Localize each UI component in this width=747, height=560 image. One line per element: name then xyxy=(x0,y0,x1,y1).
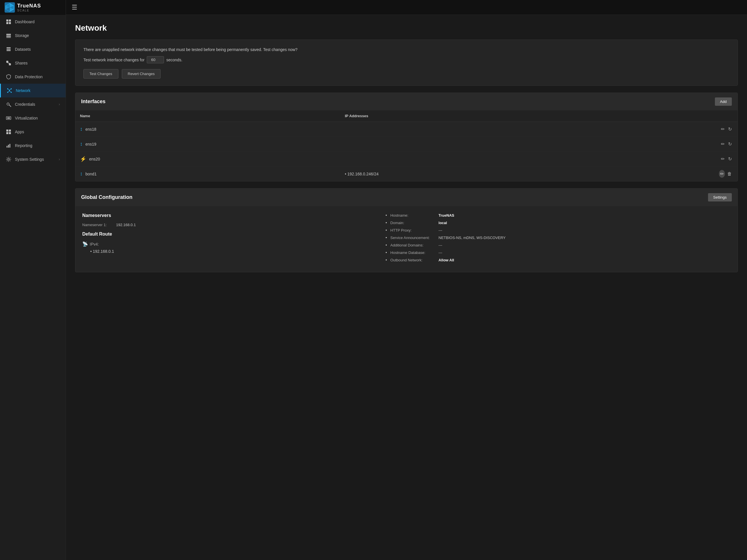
svg-rect-38 xyxy=(8,145,9,148)
svg-rect-19 xyxy=(9,63,11,65)
iface-ip-value-bond1: 192.168.0.246/24 xyxy=(347,172,379,176)
sidebar-item-network[interactable]: Network xyxy=(0,84,66,98)
table-row: ↕ ens18 ✏ ↻ xyxy=(75,122,738,137)
edit-ens20-button[interactable]: ✏ xyxy=(720,155,726,163)
iface-name-ens18: ens18 xyxy=(85,127,96,132)
sidebar-item-network-label: Network xyxy=(16,88,60,93)
hostname-value: TrueNAS xyxy=(439,213,454,217)
ipv4-value: 192.168.0.1 xyxy=(93,249,114,254)
svg-rect-16 xyxy=(7,49,10,50)
col-name: Name xyxy=(75,110,340,122)
sidebar-item-datasets[interactable]: Datasets xyxy=(0,43,66,56)
router-icon: 📡 xyxy=(82,241,88,247)
iface-ip-ens18 xyxy=(340,122,714,137)
shares-icon xyxy=(6,60,11,66)
iface-actions-bond1: ✏ 🗑 xyxy=(714,166,738,181)
global-config-left: Nameservers Nameserver 1: 192.168.0.1 De… xyxy=(82,213,374,265)
svg-rect-17 xyxy=(7,50,10,51)
svg-rect-13 xyxy=(6,35,11,37)
svg-line-27 xyxy=(9,89,11,90)
col-ip: IP Addresses xyxy=(340,110,714,122)
outbound-network-label: Outbound Network: xyxy=(390,258,436,262)
iface-ip-ens19 xyxy=(340,137,714,152)
interfaces-table-body: ↕ ens18 ✏ ↻ xyxy=(75,122,738,181)
svg-rect-35 xyxy=(6,132,8,134)
global-config-right: • Hostname: TrueNAS • Domain: local • HT… xyxy=(386,213,731,265)
global-config-body: Nameservers Nameserver 1: 192.168.0.1 De… xyxy=(75,206,738,272)
domain-label: Domain: xyxy=(390,221,436,225)
iface-name-cell-ens18: ↕ ens18 xyxy=(75,122,340,137)
outbound-network-value: Allow All xyxy=(439,258,454,262)
sidebar-item-reporting-label: Reporting xyxy=(15,143,60,148)
interfaces-table: Name IP Addresses ↕ ens18 xyxy=(75,110,738,181)
iface-status-icon-ens20: ⚡ xyxy=(80,156,86,162)
default-route-section: Default Route 📡 IPv4: 192.168.0.1 xyxy=(82,232,374,254)
revert-changes-button[interactable]: Revert Changes xyxy=(122,69,161,79)
svg-line-29 xyxy=(9,91,11,92)
edit-bond1-button[interactable]: ✏ xyxy=(719,170,725,178)
http-proxy-label: HTTP Proxy: xyxy=(390,228,436,233)
interfaces-title: Interfaces xyxy=(81,99,105,105)
table-row: ↕ ens19 ✏ ↻ xyxy=(75,137,738,152)
global-config-settings-button[interactable]: Settings xyxy=(708,193,732,202)
edit-ens19-button[interactable]: ✏ xyxy=(720,140,726,148)
sidebar-item-storage[interactable]: Storage xyxy=(0,29,66,43)
truenas-logo-icon xyxy=(5,2,15,12)
sidebar-item-dashboard-label: Dashboard xyxy=(15,20,60,24)
logo: TrueNAS SCALE xyxy=(5,2,41,12)
hostname-label: Hostname: xyxy=(390,213,436,217)
sidebar-item-shares-label: Shares xyxy=(15,61,60,65)
sidebar-item-data-protection[interactable]: Data Protection xyxy=(0,70,66,84)
reset-ens18-button[interactable]: ↻ xyxy=(727,125,733,133)
system-settings-icon xyxy=(6,157,11,162)
sidebar-item-dashboard[interactable]: Dashboard xyxy=(0,15,66,29)
delete-bond1-button[interactable]: 🗑 xyxy=(726,170,733,178)
sidebar-item-credentials-label: Credentials xyxy=(15,102,55,107)
network-icon xyxy=(7,88,12,94)
hamburger-menu[interactable]: ☰ xyxy=(72,4,77,11)
sidebar-item-system-settings[interactable]: System Settings › xyxy=(0,153,66,166)
svg-rect-33 xyxy=(6,130,8,132)
sidebar-item-virtualization-label: Virtualization xyxy=(15,116,60,121)
svg-point-30 xyxy=(7,103,9,105)
iface-name-cell-bond1: ↕ bond1 xyxy=(75,166,340,181)
sidebar-item-apps[interactable]: Apps xyxy=(0,125,66,139)
sidebar-item-credentials[interactable]: Credentials › xyxy=(0,98,66,111)
ipv4-label: IPv4: xyxy=(90,242,99,246)
edit-ens18-button[interactable]: ✏ xyxy=(720,125,726,133)
nameserver1-label: Nameserver 1: xyxy=(82,223,114,227)
domain-row: • Domain: local xyxy=(386,220,731,225)
topbar: ☰ xyxy=(66,0,747,15)
interfaces-header: Interfaces Add xyxy=(75,93,738,110)
storage-icon xyxy=(6,33,11,38)
ipv4-sub: 192.168.0.1 xyxy=(90,249,374,254)
sidebar-item-shares[interactable]: Shares xyxy=(0,56,66,70)
sidebar-item-reporting[interactable]: Reporting xyxy=(0,139,66,153)
iface-ip-dot-bond1 xyxy=(345,172,347,176)
dashboard-icon xyxy=(6,19,11,25)
hostname-database-value: --- xyxy=(439,250,442,255)
svg-rect-32 xyxy=(7,117,10,118)
ipv4-bullet xyxy=(90,249,93,254)
svg-rect-39 xyxy=(9,144,10,148)
iface-status-icon-ens19: ↕ xyxy=(80,141,82,147)
add-interface-button[interactable]: Add xyxy=(715,98,732,106)
page-content: Network There are unapplied network inte… xyxy=(66,15,747,560)
reset-ens20-button[interactable]: ↻ xyxy=(727,155,733,163)
credentials-chevron-icon: › xyxy=(59,102,60,106)
data-protection-icon xyxy=(6,74,11,80)
iface-name-bond1: bond1 xyxy=(85,172,97,176)
outbound-network-row: • Outbound Network: Allow All xyxy=(386,258,731,262)
service-announcement-row: • Service Announcement: NETBIOS-NS, mDNS… xyxy=(386,235,731,240)
svg-line-26 xyxy=(8,89,9,90)
sidebar-item-virtualization[interactable]: Virtualization xyxy=(0,111,66,125)
test-changes-button[interactable]: Test Changes xyxy=(83,69,119,79)
seconds-input[interactable] xyxy=(147,56,164,63)
credentials-icon xyxy=(6,102,11,107)
svg-rect-15 xyxy=(7,47,10,48)
svg-point-21 xyxy=(9,90,10,91)
reset-ens19-button[interactable]: ↻ xyxy=(727,140,733,148)
service-announcement-label: Service Announcement: xyxy=(390,236,436,240)
apps-icon xyxy=(6,129,11,135)
ipv4-row: 📡 IPv4: xyxy=(82,241,374,247)
